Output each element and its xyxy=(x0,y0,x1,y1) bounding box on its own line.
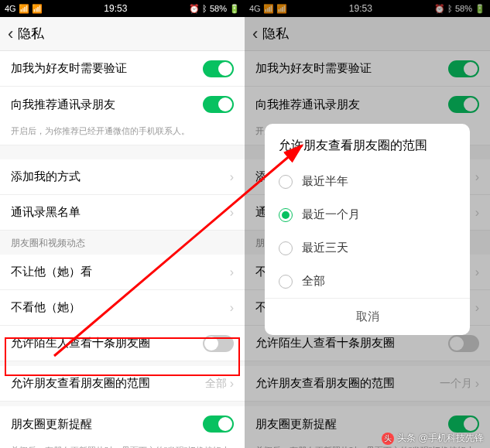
toggle-verify xyxy=(448,60,479,77)
signal-icon: 📶 xyxy=(276,4,287,14)
option-label: 最近一个月 xyxy=(302,207,360,222)
dialog-title: 允许朋友查看朋友圈的范围 xyxy=(265,124,470,165)
label: 允许朋友查看朋友圈的范围 xyxy=(255,376,395,391)
option-three-days[interactable]: 最近三天 xyxy=(265,231,470,265)
chevron-right-icon: › xyxy=(475,301,479,315)
radio-icon xyxy=(279,275,293,289)
label: 允许朋友查看朋友圈的范围 xyxy=(11,376,150,391)
chevron-right-icon: › xyxy=(230,265,234,279)
option-half-year[interactable]: 最近半年 xyxy=(265,165,470,198)
range-dialog: 允许朋友查看朋友圈的范围 最近半年 最近一个月 最近三天 全部 取消 xyxy=(265,124,470,335)
radio-icon xyxy=(279,241,293,255)
screen-left: 4G 📶 📶 19:53 ⏰ ᛒ 58% 🔋 ‹ 隐私 加我为好友时需要验证 向… xyxy=(0,0,245,448)
chevron-right-icon: › xyxy=(475,265,479,279)
label: 向我推荐通讯录朋友 xyxy=(11,97,115,112)
chevron-right-icon: › xyxy=(475,377,479,391)
signal-icon: 📶 xyxy=(32,4,43,14)
label: 添加我的方式 xyxy=(11,169,81,184)
row-recommend-contacts[interactable]: 向我推荐通讯录朋友 xyxy=(0,87,245,122)
alarm-icon: ⏰ xyxy=(189,4,200,14)
battery-label: 58% xyxy=(210,4,227,13)
bluetooth-icon: ᛒ xyxy=(202,4,207,13)
row-blacklist[interactable]: 通讯录黑名单 › xyxy=(0,195,245,231)
nav-bar: ‹ 隐私 xyxy=(245,17,490,51)
toggle-stranger[interactable] xyxy=(203,335,234,352)
label: 加我为好友时需要验证 xyxy=(11,61,127,76)
range-value: 全部 xyxy=(205,377,227,391)
section-moments: 朋友圈和视频动态 xyxy=(0,231,245,255)
alarm-icon: ⏰ xyxy=(434,4,445,14)
label: 通讯录黑名单 xyxy=(11,205,81,220)
nav-bar: ‹ 隐私 xyxy=(0,17,245,51)
page-title: 隐私 xyxy=(262,25,289,43)
update-sub: 关闭后，有朋友更新照片时，界面下方的"发现"切换按钮上不再出现红点提示。 xyxy=(0,442,245,448)
back-icon[interactable]: ‹ xyxy=(8,24,13,44)
toggle-stranger xyxy=(448,335,479,352)
battery-icon: 🔋 xyxy=(229,4,240,14)
recommend-sub: 开启后，为你推荐已经开通微信的手机联系人。 xyxy=(0,122,245,145)
row-verify-friend[interactable]: 加我为好友时需要验证 xyxy=(0,51,245,87)
bluetooth-icon: ᛒ xyxy=(447,4,453,13)
radio-icon xyxy=(279,175,293,189)
label: 朋友圈更新提醒 xyxy=(11,417,92,432)
label: 加我为好友时需要验证 xyxy=(255,61,372,76)
page-title: 隐私 xyxy=(18,25,44,43)
option-label: 最近三天 xyxy=(302,241,348,255)
network-label: 4G xyxy=(5,4,16,13)
label: 不让他（她）看 xyxy=(11,265,92,279)
row-moments-range: 允许朋友查看朋友圈的范围 一个月 › xyxy=(245,366,490,402)
watermark-handle: @手机科技先锋 xyxy=(419,432,484,445)
label: 朋友圈更新提醒 xyxy=(255,417,337,432)
status-bar: 4G 📶 📶 19:53 ⏰ ᛒ 58% 🔋 xyxy=(245,0,490,17)
chevron-right-icon: › xyxy=(230,377,234,391)
option-label: 最近半年 xyxy=(302,174,348,189)
label: 允许陌生人查看十条朋友圈 xyxy=(11,336,150,351)
clock: 19:53 xyxy=(349,3,372,14)
label: 不看他（她） xyxy=(11,300,81,315)
label: 向我推荐通讯录朋友 xyxy=(255,97,360,112)
battery-label: 58% xyxy=(455,4,472,13)
chevron-right-icon: › xyxy=(475,206,479,220)
row-add-methods[interactable]: 添加我的方式 › xyxy=(0,159,245,195)
toggle-recommend xyxy=(448,96,479,113)
status-bar: 4G 📶 📶 19:53 ⏰ ᛒ 58% 🔋 xyxy=(0,0,245,17)
clock: 19:53 xyxy=(104,3,127,14)
range-value: 一个月 xyxy=(440,377,472,391)
toggle-update[interactable] xyxy=(203,416,234,433)
battery-icon: 🔋 xyxy=(475,4,485,14)
chevron-right-icon: › xyxy=(475,170,479,184)
option-one-month[interactable]: 最近一个月 xyxy=(265,198,470,231)
screen-right: 4G 📶 📶 19:53 ⏰ ᛒ 58% 🔋 ‹ 隐私 加我为好友时需要验证 向… xyxy=(245,0,490,448)
row-dont-see[interactable]: 不看他（她） › xyxy=(0,290,245,326)
network-label: 4G xyxy=(249,4,261,13)
row-verify-friend: 加我为好友时需要验证 xyxy=(245,51,490,87)
cancel-button[interactable]: 取消 xyxy=(265,298,470,335)
signal-icon: 📶 xyxy=(263,4,274,14)
label: 允许陌生人查看十条朋友圈 xyxy=(255,336,395,351)
watermark-logo-icon: 头 xyxy=(382,433,394,445)
signal-icon: 📶 xyxy=(19,4,29,14)
row-stranger-ten[interactable]: 允许陌生人查看十条朋友圈 xyxy=(0,326,245,361)
row-moments-range[interactable]: 允许朋友查看朋友圈的范围 全部 › xyxy=(0,366,245,402)
watermark: 头 头条 @手机科技先锋 xyxy=(382,432,484,445)
option-all[interactable]: 全部 xyxy=(265,265,470,298)
back-icon[interactable]: ‹ xyxy=(252,24,258,44)
toggle-update xyxy=(448,416,479,433)
chevron-right-icon: › xyxy=(230,206,234,220)
option-label: 全部 xyxy=(302,274,325,289)
watermark-prefix: 头条 xyxy=(397,432,416,445)
radio-selected-icon xyxy=(279,208,293,222)
row-block-her[interactable]: 不让他（她）看 › xyxy=(0,255,245,290)
row-update-reminder[interactable]: 朋友圈更新提醒 xyxy=(0,406,245,442)
row-recommend-contacts: 向我推荐通讯录朋友 xyxy=(245,87,490,122)
chevron-right-icon: › xyxy=(230,301,234,315)
toggle-verify[interactable] xyxy=(203,60,234,77)
chevron-right-icon: › xyxy=(230,170,234,184)
toggle-recommend[interactable] xyxy=(203,96,234,113)
